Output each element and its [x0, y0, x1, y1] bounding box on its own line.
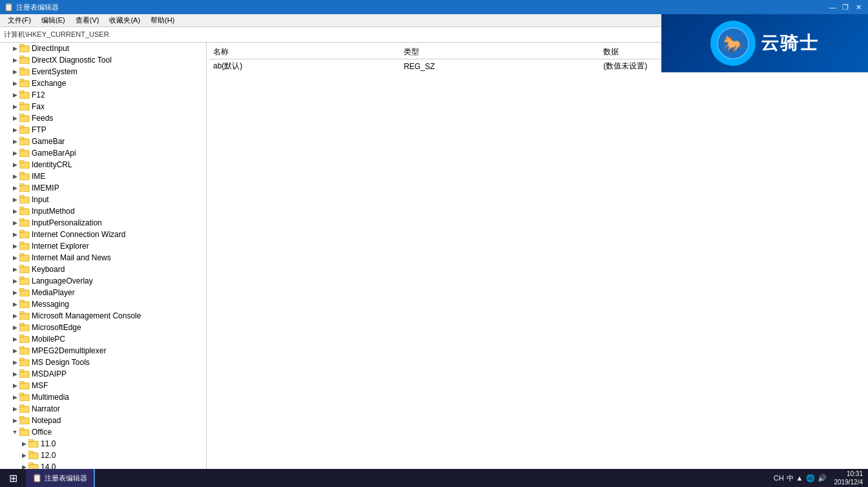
- minimize-button[interactable]: —: [827, 2, 838, 12]
- expand-icon-open[interactable]: ▼: [10, 429, 19, 435]
- tree-item-DirectX_Diagnostic_Tool[interactable]: ▶ DirectX Diagnostic Tool: [0, 54, 206, 66]
- taskbar-right: CH 中 ▲ 🌐 🔊 10:31 2019/12/4: [769, 470, 868, 486]
- maximize-button[interactable]: ❐: [840, 2, 851, 12]
- expand-icon-closed[interactable]: ▶: [10, 138, 19, 145]
- tree-item-Narrator[interactable]: ▶ Narrator: [0, 403, 206, 415]
- expand-icon-closed[interactable]: ▶: [10, 92, 19, 98]
- tree-item-Fax[interactable]: ▶ Fax: [0, 101, 206, 112]
- tree-item-Messaging[interactable]: ▶ Messaging: [0, 298, 206, 310]
- svg-rect-60: [19, 383, 29, 389]
- expand-icon-closed[interactable]: ▶: [10, 57, 19, 63]
- tree-item-LanguageOverlay[interactable]: ▶ LanguageOverlay: [0, 275, 206, 287]
- close-button[interactable]: ✕: [852, 2, 864, 12]
- taskbar-start-button[interactable]: ⊞: [0, 469, 26, 487]
- expand-icon-closed[interactable]: ▶: [10, 347, 19, 354]
- tree-item-Keyboard[interactable]: ▶ Keyboard: [0, 264, 206, 275]
- expand-icon-closed[interactable]: ▶: [10, 382, 19, 389]
- folder-icon: [19, 300, 30, 309]
- tree-item-DirectInput[interactable]: ▶ DirectInput: [0, 43, 206, 54]
- tree-item-Input[interactable]: ▶ Input: [0, 194, 206, 205]
- tree-panel[interactable]: ▶ DirectInput▶ DirectX Diagnostic Tool▶ …: [0, 43, 207, 469]
- expand-icon-closed[interactable]: ▶: [10, 45, 19, 52]
- taskbar-clock[interactable]: 10:31 2019/12/4: [834, 470, 863, 486]
- tree-item-InputMethod[interactable]: ▶ InputMethod: [0, 205, 206, 217]
- tree-item-IME[interactable]: ▶ IME: [0, 171, 206, 182]
- expand-icon-closed[interactable]: ▶: [10, 127, 19, 133]
- tree-item-InputPersonalization[interactable]: ▶ InputPersonalization: [0, 217, 206, 229]
- expand-icon-closed[interactable]: ▶: [10, 359, 19, 366]
- tree-item-MSDAIPP[interactable]: ▶ MSDAIPP: [0, 368, 206, 380]
- expand-icon-closed[interactable]: ▶: [10, 243, 19, 249]
- svg-rect-67: [19, 416, 24, 419]
- tree-item-14.0[interactable]: ▶ 14.0: [0, 461, 206, 469]
- menu-edit[interactable]: 编辑(E): [36, 14, 70, 26]
- tree-item-MobilePC[interactable]: ▶ MobilePC: [0, 333, 206, 345]
- expand-icon-closed[interactable]: ▶: [10, 161, 19, 168]
- tree-item-Internet_Explorer[interactable]: ▶ Internet Explorer: [0, 240, 206, 252]
- tree-item-F12[interactable]: ▶ F12: [0, 89, 206, 101]
- tree-item-Notepad[interactable]: ▶ Notepad: [0, 415, 206, 426]
- expand-icon-closed[interactable]: ▶: [19, 464, 28, 469]
- expand-icon-closed[interactable]: ▶: [10, 220, 19, 226]
- svg-rect-68: [19, 430, 29, 436]
- expand-icon-closed[interactable]: ▶: [10, 208, 19, 214]
- expand-icon-closed[interactable]: ▶: [10, 266, 19, 273]
- expand-icon-closed[interactable]: ▶: [10, 68, 19, 75]
- svg-rect-53: [19, 335, 24, 337]
- expand-icon-closed[interactable]: ▶: [10, 371, 19, 377]
- tree-item-label-MicrosoftEdge: MicrosoftEdge: [32, 322, 81, 333]
- expand-icon-closed[interactable]: ▶: [10, 254, 19, 261]
- tree-item-Internet_Connection_Wizard[interactable]: ▶ Internet Connection Wizard: [0, 229, 206, 240]
- tree-item-IdentityCRL[interactable]: ▶ IdentityCRL: [0, 159, 206, 171]
- expand-icon-closed[interactable]: ▶: [10, 196, 19, 203]
- expand-icon-closed[interactable]: ▶: [10, 324, 19, 331]
- tree-item-label-Internet_Explorer: Internet Explorer: [32, 240, 89, 252]
- tree-item-MPEG2Demultiplexer[interactable]: ▶ MPEG2Demultiplexer: [0, 345, 206, 357]
- tree-item-Office[interactable]: ▼ Office: [0, 426, 206, 438]
- tree-item-Exchange[interactable]: ▶ Exchange: [0, 78, 206, 89]
- tree-item-EventSystem[interactable]: ▶ EventSystem: [0, 66, 206, 78]
- menu-file[interactable]: 文件(F): [3, 14, 36, 26]
- expand-icon-closed[interactable]: ▶: [10, 394, 19, 400]
- expand-icon-closed[interactable]: ▶: [10, 406, 19, 412]
- tree-item-12.0[interactable]: ▶ 12.0: [0, 450, 206, 461]
- tree-item-Microsoft_Management_Console[interactable]: ▶ Microsoft Management Console: [0, 310, 206, 322]
- tree-item-MediaPlayer[interactable]: ▶ MediaPlayer: [0, 287, 206, 298]
- menu-view[interactable]: 查看(V): [70, 14, 105, 26]
- expand-icon-closed[interactable]: ▶: [10, 231, 19, 238]
- expand-icon-closed[interactable]: ▶: [10, 80, 19, 87]
- tree-item-Multimedia[interactable]: ▶ Multimedia: [0, 391, 206, 403]
- expand-icon-closed[interactable]: ▶: [10, 336, 19, 342]
- tray-arrow[interactable]: ▲: [796, 474, 803, 482]
- expand-icon-closed[interactable]: ▶: [10, 417, 19, 424]
- expand-icon-closed[interactable]: ▶: [10, 313, 19, 319]
- expand-icon-closed[interactable]: ▶: [10, 173, 19, 180]
- tree-item-GameBarApi[interactable]: ▶ GameBarApi: [0, 147, 206, 159]
- expand-icon-closed[interactable]: ▶: [10, 150, 19, 156]
- tree-item-Feeds[interactable]: ▶ Feeds: [0, 112, 206, 124]
- menu-help[interactable]: 帮助(H): [145, 14, 180, 26]
- expand-icon-closed[interactable]: ▶: [10, 289, 19, 296]
- taskbar-app-regedit[interactable]: 📋 注册表编辑器: [26, 469, 95, 487]
- tree-item-FTP[interactable]: ▶ FTP: [0, 124, 206, 136]
- title-bar: 📋 注册表编辑器 — ❐ ✕: [0, 0, 868, 14]
- tree-item-label-FTP: FTP: [32, 124, 46, 136]
- tree-item-MSF[interactable]: ▶ MSF: [0, 380, 206, 391]
- expand-icon-closed[interactable]: ▶: [10, 185, 19, 191]
- tree-item-11.0[interactable]: ▶ 11.0: [0, 438, 206, 450]
- menu-favorites[interactable]: 收藏夹(A): [104, 14, 145, 26]
- expand-icon-closed[interactable]: ▶: [19, 452, 28, 459]
- tree-item-MicrosoftEdge[interactable]: ▶ MicrosoftEdge: [0, 322, 206, 333]
- expand-icon-closed[interactable]: ▶: [10, 115, 19, 121]
- expand-icon-closed[interactable]: ▶: [19, 440, 28, 447]
- tree-item-Internet_Mail_and_News[interactable]: ▶ Internet Mail and News: [0, 252, 206, 264]
- expand-icon-closed[interactable]: ▶: [10, 278, 19, 284]
- tree-item-MS_Design_Tools[interactable]: ▶ MS Design Tools: [0, 357, 206, 368]
- tree-item-GameBar[interactable]: ▶ GameBar: [0, 136, 206, 147]
- expand-icon-closed[interactable]: ▶: [10, 301, 19, 307]
- folder-icon: [28, 462, 39, 469]
- tree-item-IMEMIP[interactable]: ▶ IMEMIP: [0, 182, 206, 194]
- expand-icon-closed[interactable]: ▶: [10, 103, 19, 110]
- title-bar-title: 注册表编辑器: [16, 3, 59, 12]
- folder-icon: [19, 195, 30, 204]
